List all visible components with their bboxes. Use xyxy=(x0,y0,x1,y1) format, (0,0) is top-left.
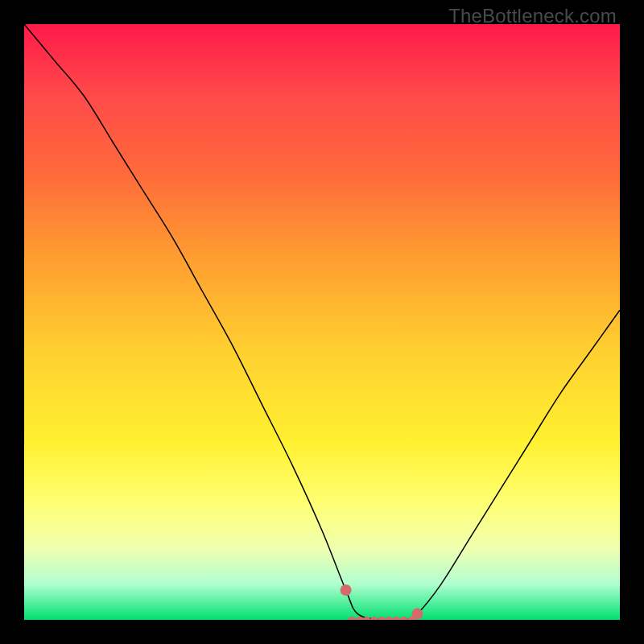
svg-point-5 xyxy=(370,617,378,620)
plot-area xyxy=(24,24,620,620)
watermark-text: TheBottleneck.com xyxy=(448,5,617,27)
curve-path xyxy=(24,24,620,620)
svg-point-8 xyxy=(393,617,401,620)
svg-point-6 xyxy=(378,617,386,620)
svg-point-3 xyxy=(355,617,363,620)
svg-point-7 xyxy=(385,617,393,620)
svg-point-2 xyxy=(348,617,356,620)
outer-frame: TheBottleneck.com xyxy=(0,0,644,644)
optimal-dots xyxy=(341,584,423,620)
svg-point-9 xyxy=(400,617,408,620)
svg-point-0 xyxy=(341,584,352,596)
bottleneck-curve xyxy=(24,24,620,620)
